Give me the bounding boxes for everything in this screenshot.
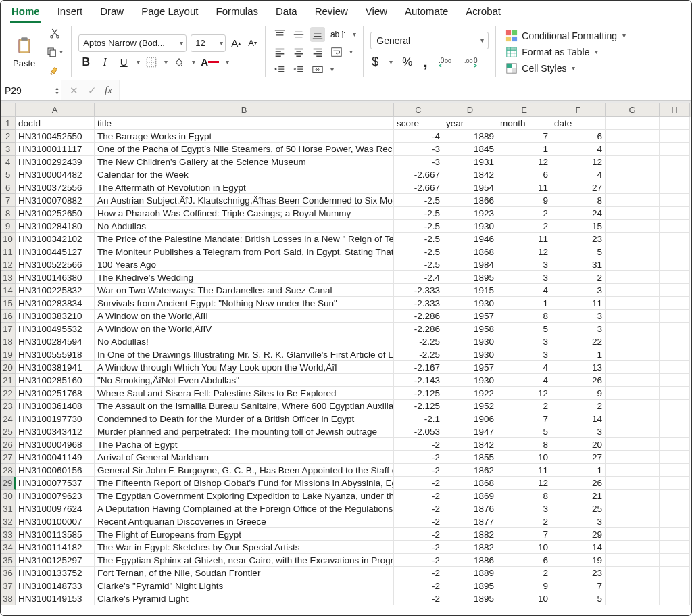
- cell[interactable]: 3: [551, 425, 606, 438]
- cell[interactable]: 14: [551, 412, 606, 425]
- cell[interactable]: 20: [551, 438, 606, 451]
- cell[interactable]: Survivals from Ancient Egypt: "Nothing N…: [95, 297, 394, 310]
- cell[interactable]: 1915: [443, 284, 497, 297]
- cell[interactable]: [660, 130, 690, 143]
- cell[interactable]: 1930: [443, 348, 497, 361]
- cell[interactable]: Fort Ternan, of the Nile, Soudan Frontie…: [95, 567, 394, 579]
- cell[interactable]: -2.1: [394, 412, 443, 425]
- cell[interactable]: 27: [551, 451, 606, 464]
- cell[interactable]: Murder planned and perpetrated: The moun…: [95, 425, 394, 438]
- cell[interactable]: [606, 156, 660, 168]
- cell[interactable]: [606, 323, 660, 335]
- cell[interactable]: 1984: [443, 258, 497, 271]
- cell[interactable]: -3: [394, 143, 443, 156]
- cell[interactable]: 1855: [443, 451, 497, 464]
- fx-icon[interactable]: fx: [105, 85, 112, 96]
- row-header[interactable]: 3: [1, 143, 16, 156]
- cell[interactable]: 25: [551, 502, 606, 515]
- cell[interactable]: 7: [497, 130, 551, 143]
- cell[interactable]: 7: [497, 412, 551, 425]
- cell[interactable]: HN3100252650: [16, 207, 95, 220]
- cell[interactable]: [606, 117, 660, 130]
- cell[interactable]: 2: [551, 271, 606, 284]
- comma-format-button[interactable]: ,: [422, 52, 428, 72]
- cell[interactable]: -2.5: [394, 233, 443, 245]
- increase-font-button[interactable]: A▴: [230, 36, 243, 50]
- italic-button[interactable]: I: [97, 55, 112, 70]
- cell[interactable]: HN3100133752: [16, 567, 95, 579]
- cell[interactable]: [606, 310, 660, 323]
- column-header-H[interactable]: H: [660, 103, 690, 117]
- row-header[interactable]: 25: [1, 425, 16, 438]
- cell[interactable]: [660, 348, 690, 361]
- cell[interactable]: 1889: [443, 130, 497, 143]
- cell[interactable]: [606, 515, 660, 528]
- cell[interactable]: HN3100097624: [16, 502, 95, 515]
- cell[interactable]: -2: [394, 515, 443, 528]
- cell[interactable]: HN3100343412: [16, 425, 95, 438]
- cell[interactable]: -2.125: [394, 400, 443, 412]
- cell[interactable]: [660, 464, 690, 477]
- cell[interactable]: 11: [497, 181, 551, 194]
- row-header[interactable]: 22: [1, 387, 16, 400]
- row-header[interactable]: 23: [1, 400, 16, 412]
- cell[interactable]: 3: [497, 271, 551, 284]
- tab-acrobat[interactable]: Acrobat: [464, 5, 502, 21]
- cell[interactable]: [606, 130, 660, 143]
- cell[interactable]: 23: [551, 233, 606, 245]
- cell[interactable]: 4: [497, 284, 551, 297]
- cell[interactable]: [606, 374, 660, 387]
- cell[interactable]: No Abdullas: [95, 220, 394, 233]
- cell[interactable]: -2: [394, 490, 443, 502]
- paste-button[interactable]: Paste: [11, 34, 36, 70]
- cell[interactable]: The Egyptian Sphinx at Ghizeh, near Cair…: [95, 554, 394, 567]
- cell[interactable]: 26: [551, 374, 606, 387]
- cell[interactable]: -2.125: [394, 387, 443, 400]
- bold-button[interactable]: B: [78, 55, 93, 70]
- cell[interactable]: HN3100114182: [16, 541, 95, 554]
- cell[interactable]: 2: [497, 515, 551, 528]
- row-header[interactable]: 32: [1, 515, 16, 528]
- tab-review[interactable]: Review: [314, 5, 349, 21]
- row-header[interactable]: 37: [1, 579, 16, 592]
- cell[interactable]: -2.167: [394, 361, 443, 374]
- select-all-corner[interactable]: [1, 103, 16, 117]
- namebox-spinner[interactable]: ▲▼: [55, 86, 59, 95]
- cell[interactable]: [660, 567, 690, 579]
- cell[interactable]: [606, 541, 660, 554]
- row-header[interactable]: 8: [1, 207, 16, 220]
- column-header-E[interactable]: E: [497, 103, 551, 117]
- cell[interactable]: 23: [551, 567, 606, 579]
- cell[interactable]: -3: [394, 156, 443, 168]
- column-header-G[interactable]: G: [606, 103, 660, 117]
- cell[interactable]: HN3100342102: [16, 233, 95, 245]
- cell[interactable]: HN3100381941: [16, 361, 95, 374]
- cell[interactable]: 1923: [443, 207, 497, 220]
- cell[interactable]: 1922: [443, 387, 497, 400]
- cell[interactable]: HN3100125297: [16, 554, 95, 567]
- cell[interactable]: 12: [497, 156, 551, 168]
- cell[interactable]: 14: [551, 541, 606, 554]
- cell[interactable]: HN3100041149: [16, 451, 95, 464]
- cell[interactable]: 1868: [443, 245, 497, 258]
- decrease-indent-button[interactable]: [272, 62, 287, 77]
- cell[interactable]: 1930: [443, 335, 497, 348]
- cell[interactable]: [660, 387, 690, 400]
- cell[interactable]: -2.5: [394, 207, 443, 220]
- cell[interactable]: 1958: [443, 323, 497, 335]
- cell[interactable]: HN3100445127: [16, 245, 95, 258]
- cell[interactable]: 2: [497, 220, 551, 233]
- cell[interactable]: How a Pharaoh Was Coffined: Triple Casin…: [95, 207, 394, 220]
- cell[interactable]: [606, 194, 660, 207]
- cell[interactable]: 100 Years Ago: [95, 258, 394, 271]
- cell[interactable]: 6: [497, 168, 551, 181]
- row-header[interactable]: 15: [1, 297, 16, 310]
- cell[interactable]: [606, 143, 660, 156]
- format-as-table-button[interactable]: Format as Table▾: [503, 45, 628, 60]
- cell[interactable]: 29: [551, 528, 606, 541]
- row-header[interactable]: 31: [1, 502, 16, 515]
- cell[interactable]: 1957: [443, 310, 497, 323]
- cell[interactable]: 5: [497, 425, 551, 438]
- cell[interactable]: -2: [394, 528, 443, 541]
- align-middle-button[interactable]: [291, 27, 306, 42]
